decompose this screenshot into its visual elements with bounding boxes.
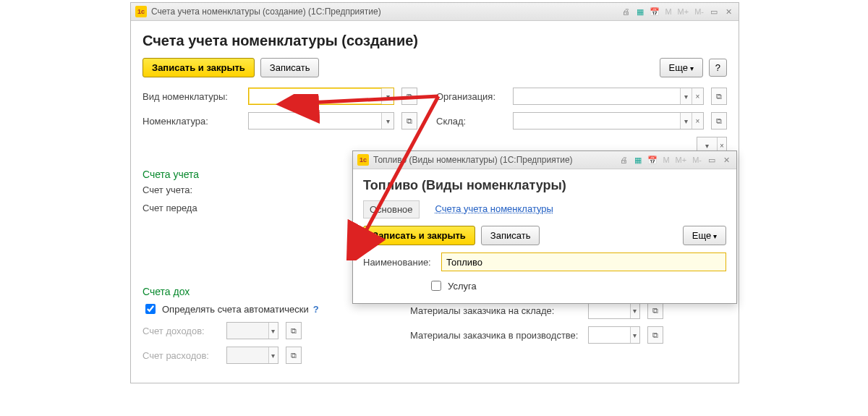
vid-nom-field[interactable]: ▾ <box>248 88 394 105</box>
popup-window: 1c Топливо (Виды номенклатуры) (1С:Предп… <box>352 150 737 304</box>
open-icon[interactable]: ⧉ <box>401 112 417 130</box>
calc-icon[interactable]: ▦ <box>632 154 644 166</box>
popup-tabs: Основное Счета учета номенклатуры <box>363 200 726 218</box>
org-field[interactable]: ▾ × <box>513 88 704 105</box>
vid-nom-label: Вид номенклатуры: <box>142 91 244 102</box>
help-button[interactable]: ? <box>709 59 727 77</box>
schet-rashodov-field: ▾ <box>226 347 278 364</box>
popup-toolbar: Записать и закрыть Записать Еще <box>363 226 726 245</box>
service-checkbox[interactable] <box>431 281 441 291</box>
auto-accounts-label: Определять счета автоматически <box>162 304 309 315</box>
close-icon[interactable]: ✕ <box>723 6 734 17</box>
schet-dohodov-label: Счет доходов: <box>142 326 222 336</box>
open-icon[interactable]: ⧉ <box>711 88 727 105</box>
open-icon[interactable]: ⧉ <box>286 322 302 339</box>
dropdown-icon: ▾ <box>268 347 278 363</box>
schet-dohodov-input <box>227 323 268 339</box>
vid-nom-input[interactable] <box>249 88 381 104</box>
calendar-icon[interactable]: 📅 <box>649 6 660 17</box>
mat2-label: Материалы заказчика в производстве: <box>410 330 584 341</box>
schet-ucheta-label: Счет учета: <box>142 184 222 195</box>
main-titlebar: 1c Счета учета номенклатуры (создание) (… <box>131 3 739 21</box>
schet-rashodov-label: Счет расходов: <box>142 350 222 361</box>
auto-accounts-checkbox[interactable] <box>145 304 156 314</box>
logo-1c-icon: 1c <box>135 6 147 17</box>
print-icon[interactable]: 🖨 <box>620 6 631 17</box>
schet-peredachi-label: Счет переда <box>142 203 222 213</box>
tab-main[interactable]: Основное <box>363 200 420 218</box>
popup-save-button[interactable]: Записать <box>481 226 540 245</box>
open-icon[interactable]: ⧉ <box>401 88 417 105</box>
sklad-field[interactable]: ▾ × <box>513 112 704 130</box>
dropdown-icon[interactable]: ▾ <box>680 113 692 129</box>
popup-name-input[interactable] <box>442 257 726 268</box>
mplus-button[interactable]: M+ <box>676 7 691 16</box>
nom-input[interactable] <box>249 113 381 129</box>
mat1-field[interactable]: ▾ <box>588 302 640 319</box>
service-label: Услуга <box>448 281 477 292</box>
section-scheta-dohodov: Счета дох <box>142 286 381 297</box>
save-button[interactable]: Записать <box>260 58 320 77</box>
dropdown-icon: ▾ <box>268 323 278 339</box>
org-label: Организация: <box>436 91 509 102</box>
mat1-label: Материалы заказчика на складе: <box>410 305 584 316</box>
open-icon[interactable]: ⧉ <box>711 112 727 130</box>
dropdown-icon[interactable]: ▾ <box>381 88 393 104</box>
sklad-input[interactable] <box>514 113 680 129</box>
print-icon[interactable]: 🖨 <box>618 154 629 166</box>
clear-icon[interactable]: × <box>692 88 703 104</box>
popup-title: Топливо (Виды номенклатуры) <box>363 178 726 193</box>
section-scheta-ucheta: Счета учета <box>142 169 381 180</box>
m-button[interactable]: M <box>663 7 673 16</box>
dropdown-icon[interactable]: ▾ <box>381 113 393 129</box>
more-button[interactable]: Еще <box>660 58 703 77</box>
dropdown-icon[interactable]: ▾ <box>630 327 639 343</box>
calendar-icon[interactable]: 📅 <box>647 154 658 166</box>
mat2-input[interactable] <box>589 327 630 343</box>
mminus-button[interactable]: M- <box>691 156 703 164</box>
schet-rashodov-input <box>227 347 268 363</box>
sklad-label: Склад: <box>436 116 509 127</box>
tab-scheta[interactable]: Счета учета номенклатуры <box>430 200 559 218</box>
org-input[interactable] <box>514 88 680 104</box>
schet-dohodov-field: ▾ <box>226 322 278 339</box>
open-icon[interactable]: ⧉ <box>647 326 663 344</box>
calc-icon[interactable]: ▦ <box>634 6 646 17</box>
popup-more-button[interactable]: Еще <box>683 226 726 245</box>
close-icon[interactable]: ✕ <box>720 154 732 166</box>
main-toolbar: Записать и закрыть Записать Еще ? <box>142 58 727 77</box>
dropdown-icon[interactable]: ▾ <box>630 302 639 318</box>
popup-save-close-button[interactable]: Записать и закрыть <box>363 226 475 245</box>
help-icon[interactable]: ? <box>313 304 319 315</box>
save-close-button[interactable]: Записать и закрыть <box>142 58 255 77</box>
nom-field[interactable]: ▾ <box>248 112 394 130</box>
logo-1c-icon: 1c <box>357 154 369 166</box>
m-button[interactable]: M <box>661 156 671 164</box>
restore-icon[interactable]: ▭ <box>708 6 720 17</box>
mplus-button[interactable]: M+ <box>674 156 689 164</box>
open-icon[interactable]: ⧉ <box>647 302 663 319</box>
page-title: Счета учета номенклатуры (создание) <box>142 33 727 49</box>
mat2-field[interactable]: ▾ <box>588 326 640 344</box>
mminus-button[interactable]: М- <box>693 7 705 16</box>
popup-name-label: Наименование: <box>363 257 437 268</box>
restore-icon[interactable]: ▭ <box>706 154 718 166</box>
mat1-input[interactable] <box>589 302 630 318</box>
open-icon[interactable]: ⧉ <box>286 347 302 364</box>
clear-icon[interactable]: × <box>692 113 703 129</box>
popup-window-title: Топливо (Виды номенклатуры) (1С:Предприя… <box>373 155 613 165</box>
popup-titlebar: 1c Топливо (Виды номенклатуры) (1С:Предп… <box>353 151 736 169</box>
nom-label: Номенклатура: <box>142 116 244 127</box>
main-window-title: Счета учета номенклатуры (создание) (1С:… <box>151 7 616 17</box>
popup-name-field[interactable] <box>441 252 726 271</box>
dropdown-icon[interactable]: ▾ <box>680 88 692 104</box>
